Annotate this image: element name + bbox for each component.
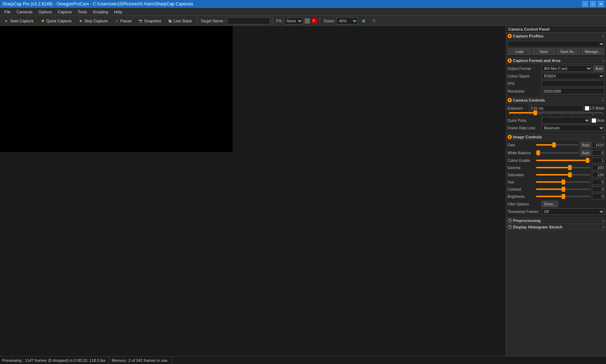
saturation-row: Saturation 128 (508, 172, 605, 178)
white-balance-auto-btn[interactable]: Auto (580, 150, 591, 156)
toolbar-sep2 (272, 17, 273, 25)
quick-capture-button[interactable]: ⚡ Quick Capture (38, 17, 74, 25)
gain-slider[interactable] (536, 144, 579, 146)
gain-auto-btn[interactable]: Auto (580, 142, 591, 148)
camera-controls-menu-icon[interactable]: ≡ (602, 98, 605, 102)
frame-rate-row: Frame Rate Limit Maximum (508, 125, 605, 131)
image-controls-menu-icon[interactable]: ≡ (602, 135, 605, 139)
histogram-button[interactable]: ⏱ (369, 18, 378, 24)
resolution-input[interactable] (541, 88, 605, 94)
quick-picks-select[interactable] (541, 117, 590, 124)
timestamp-frames-select[interactable]: Off On (541, 208, 605, 215)
filter-options-show-btn[interactable]: Show... (541, 201, 558, 207)
lx-mode-label: LX Mode (585, 106, 605, 111)
target-name-input[interactable] (227, 17, 270, 25)
main-area: Camera Control Panel ▼ Capture Profiles … (0, 26, 606, 356)
menu-help[interactable]: Help (111, 9, 125, 15)
profiles-menu-icon[interactable]: ≡ (602, 34, 605, 38)
brightness-value: 0 (592, 194, 605, 199)
preview-status: Previewing : 1147 frames (0 dropped) in … (2, 356, 109, 364)
stop-capture-button[interactable]: ⏹ Stop Capture (76, 17, 110, 25)
zoom-label: Zoom: (324, 19, 335, 23)
image-controls-content: Gain Auto 1419 White Balance (506, 140, 606, 217)
title-bar-controls: ─ □ ✕ (582, 1, 604, 7)
zoom-fit-button[interactable]: ▣ (359, 17, 368, 24)
toolbar-sep3 (320, 17, 320, 25)
exposure-row: Exposure LX Mode (508, 105, 605, 111)
live-stack-icon: 📚 (167, 18, 172, 23)
capture-format-header[interactable]: ▼ Capture Format and Area ≡ (506, 57, 606, 64)
capture-profiles-header[interactable]: ▼ Capture Profiles ≡ (506, 33, 606, 39)
menu-file[interactable]: File (1, 9, 14, 15)
close-button[interactable]: ✕ (598, 1, 604, 7)
pause-button[interactable]: ⏸ Pause (112, 17, 134, 25)
pause-icon: ⏸ (114, 18, 119, 23)
gamma-slider[interactable] (536, 167, 590, 168)
menu-cameras[interactable]: Cameras (14, 9, 36, 15)
preview-canvas (0, 26, 233, 152)
maximize-button[interactable]: □ (590, 1, 596, 7)
brightness-label: Brightness (508, 195, 535, 199)
frame-rate-select[interactable]: Maximum (541, 125, 605, 131)
colour-enable-slider[interactable] (536, 160, 590, 161)
save-as-button[interactable]: Save As... (557, 48, 580, 55)
histogram-menu-icon[interactable]: ≡ (602, 225, 605, 229)
quick-picks-auto-checkbox[interactable] (592, 118, 596, 123)
image-controls-header[interactable]: ▼ Image Controls ≡ (506, 134, 606, 140)
gain-label: Gain (508, 143, 535, 147)
toolbar: ▶ Start Capture ⚡ Quick Capture ⏹ Stop C… (0, 16, 606, 26)
memory-status: Memory: 2 of 342 frames in use. (109, 356, 172, 364)
toolbar-sep1 (197, 17, 197, 25)
menu-tools[interactable]: Tools (75, 9, 90, 15)
preprocessing-menu-icon[interactable]: ≡ (602, 219, 605, 223)
fx-delete-btn[interactable]: ✕ (312, 18, 317, 24)
frame-rate-label: Frame Rate Limit (508, 126, 540, 130)
fx-select[interactable]: None (284, 17, 303, 25)
output-format-auto-btn[interactable]: Auto (593, 65, 605, 72)
exposure-slider-thumb[interactable] (533, 110, 537, 115)
load-button[interactable]: Load (508, 48, 531, 55)
menu-options[interactable]: Options (35, 9, 55, 15)
resolution-label: Resolution (508, 89, 540, 93)
quick-picks-auto-label: Auto (592, 118, 605, 123)
output-format-select[interactable]: AVI files (*.avi) (541, 65, 592, 72)
save-button[interactable]: Save (532, 48, 556, 55)
zoom-select[interactable]: 40% 25% 50% 100% (336, 17, 358, 25)
menu-capture[interactable]: Capture (55, 9, 75, 15)
white-balance-value: 0 (592, 150, 605, 156)
saturation-slider[interactable] (536, 174, 590, 176)
quick-picks-row: Quick Picks Auto (508, 117, 605, 124)
contrast-slider[interactable] (536, 188, 590, 190)
quick-capture-icon: ⚡ (40, 18, 45, 23)
format-menu-icon[interactable]: ≡ (602, 59, 605, 63)
status-bar: Previewing : 1147 frames (0 dropped) in … (0, 356, 606, 364)
exposure-slider-dots (508, 114, 605, 115)
snapshot-button[interactable]: 📷 Snapshot (136, 17, 163, 25)
brightness-slider[interactable] (536, 196, 590, 197)
collapse-camera-icon: ▼ (508, 98, 512, 102)
brightness-row: Brightness 0 (508, 194, 605, 199)
start-capture-icon: ▶ (4, 18, 9, 23)
exposure-slider-track[interactable] (509, 112, 603, 114)
preprocessing-header[interactable]: ▶ Preprocessing ≡ (506, 217, 606, 224)
fps-input[interactable] (541, 80, 605, 87)
start-capture-button[interactable]: ▶ Start Capture (1, 17, 36, 25)
title-bar: SharpCap Pro (v3.2.6248) - OmegonProCam … (0, 0, 606, 8)
manage-button[interactable]: Manage... (581, 48, 605, 55)
camera-controls-header[interactable]: ▼ Camera Controls ≡ (506, 97, 606, 103)
gamma-row: Gamma 100 (508, 165, 605, 170)
live-stack-button[interactable]: 📚 Live Stack (165, 17, 194, 25)
colour-enable-row: Colour Enable 1 (508, 157, 605, 163)
fx-color-btn[interactable] (304, 18, 310, 24)
colour-space-select[interactable]: RGB24 (541, 73, 605, 79)
menu-scripting[interactable]: Scripting (90, 9, 111, 15)
hue-slider[interactable] (536, 181, 590, 183)
white-balance-slider[interactable] (536, 152, 579, 154)
capture-format-content: Output Format AVI files (*.avi) Auto Col… (506, 64, 606, 97)
collapse-profiles-icon: ▼ (508, 34, 512, 38)
minimize-button[interactable]: ─ (582, 1, 588, 7)
display-histogram-header[interactable]: ▶ Display Histogram Stretch ≡ (506, 224, 606, 230)
lx-mode-checkbox[interactable] (585, 106, 589, 111)
profile-name-select[interactable] (508, 41, 605, 47)
collapse-format-icon: ▼ (508, 58, 512, 63)
